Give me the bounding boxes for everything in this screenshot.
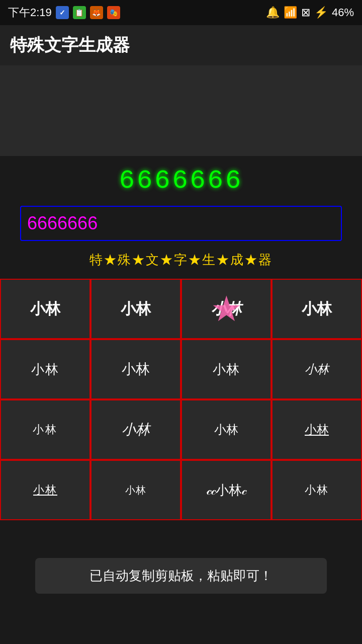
font-cell[interactable]: 小林: [90, 339, 181, 399]
preview-area: 6666666: [0, 156, 362, 201]
font-cell[interactable]: 小林: [90, 279, 181, 339]
font-cell-text: 小林: [305, 361, 329, 377]
font-cell[interactable]: 小林: [181, 399, 272, 460]
app-icon-2: 📋: [73, 6, 86, 19]
font-cell[interactable]: 𝒸𝒸小林𝒸: [181, 460, 272, 520]
ad-area: [0, 65, 362, 156]
toast-message: 已自动复制剪贴板，粘贴即可！: [89, 568, 273, 583]
font-cell[interactable]: 小林: [272, 339, 362, 399]
font-cell-text: 小林: [125, 484, 146, 497]
font-cell-text: 小林: [211, 299, 241, 319]
font-cell-text: 小林: [31, 361, 59, 378]
preview-text: 6666666: [119, 166, 243, 196]
font-cell-text: 小林: [121, 299, 151, 319]
app-icon-3: 🦊: [90, 6, 103, 19]
status-time: 下午2:19: [8, 5, 52, 20]
font-cell-text: 小林: [305, 482, 329, 498]
input-area: [0, 201, 362, 246]
font-cell[interactable]: 小林: [90, 399, 181, 460]
app-title: 特殊文字生成器: [10, 34, 130, 57]
charging-icon: ⚡: [314, 6, 328, 19]
font-cell[interactable]: 小林: [90, 460, 181, 520]
font-cell[interactable]: 小林: [272, 460, 362, 520]
font-cell[interactable]: 小林: [0, 339, 90, 399]
font-cell-text: 小林: [302, 299, 332, 319]
font-cell-text: 小林: [214, 422, 238, 438]
font-cell[interactable]: 小林: [0, 460, 90, 520]
text-input[interactable]: [20, 206, 342, 241]
font-cell-text: 小林: [33, 482, 57, 498]
font-cell-text: 小林: [305, 422, 329, 438]
font-cell[interactable]: 小林: [272, 399, 362, 460]
tagline: 特★殊★文★字★生★成★器: [0, 246, 362, 279]
font-cell[interactable]: 小林: [181, 339, 272, 399]
font-cell-text: 小林: [30, 299, 60, 319]
font-cell[interactable]: 小林: [0, 279, 90, 339]
bell-icon: 🔔: [266, 6, 280, 19]
font-cell-text: 小林: [213, 361, 240, 378]
font-cell-text: 小林: [33, 422, 58, 437]
top-bar: 特殊文字生成器: [0, 25, 362, 65]
font-cell[interactable]: ★小林: [181, 279, 272, 339]
font-cell[interactable]: 小林: [0, 399, 90, 460]
font-cell-text: 小林: [122, 420, 150, 439]
wifi-icon: 📶: [284, 6, 297, 19]
storage-icon: ⊠: [301, 6, 310, 19]
status-left: 下午2:19 ✓ 📋 🦊 🎭: [8, 5, 120, 20]
status-right: 🔔 📶 ⊠ ⚡ 46%: [266, 6, 354, 19]
app-icon-4: 🎭: [107, 6, 120, 19]
app-icon-1: ✓: [56, 6, 69, 19]
font-cell-text: 小林: [122, 360, 150, 379]
font-grid: 小林小林★小林小林小林小林小林小林小林小林小林小林小林小林𝒸𝒸小林𝒸小林: [0, 279, 362, 520]
font-cell-text: 𝒸𝒸小林𝒸: [207, 481, 246, 499]
battery-level: 46%: [332, 6, 354, 19]
toast: 已自动复制剪贴板，粘贴即可！: [35, 558, 327, 594]
status-bar: 下午2:19 ✓ 📋 🦊 🎭 🔔 📶 ⊠ ⚡ 46%: [0, 0, 362, 25]
font-cell[interactable]: 小林: [272, 279, 362, 339]
